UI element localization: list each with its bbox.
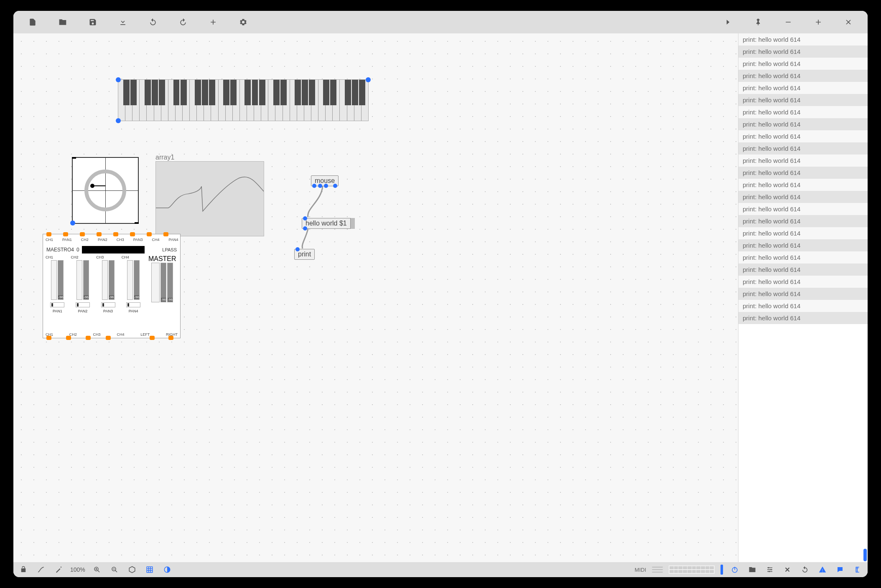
meter: -96 bbox=[167, 263, 173, 302]
mixer-inlet[interactable] bbox=[113, 232, 118, 236]
black-key[interactable] bbox=[295, 80, 301, 105]
save-button[interactable] bbox=[78, 11, 108, 33]
black-key[interactable] bbox=[323, 80, 329, 105]
redo-button[interactable] bbox=[168, 11, 198, 33]
settings-button[interactable] bbox=[228, 11, 258, 33]
mixer-outlet[interactable] bbox=[150, 336, 155, 340]
folder-icon[interactable] bbox=[746, 564, 758, 575]
warning-icon[interactable] bbox=[817, 564, 828, 575]
mixer-outlet[interactable] bbox=[66, 336, 71, 340]
open-folder-button[interactable] bbox=[48, 11, 78, 33]
mixer-port-label: PAN3 bbox=[133, 238, 143, 242]
black-key[interactable] bbox=[345, 80, 351, 105]
grid-icon[interactable] bbox=[144, 564, 155, 575]
fader[interactable] bbox=[151, 263, 160, 302]
power-icon[interactable] bbox=[729, 564, 741, 575]
mixer-panel[interactable]: CH1PAN1CH2PAN2CH3PAN3CH4PAN4 MAESTRO4 0 … bbox=[43, 234, 181, 338]
add-button[interactable] bbox=[198, 11, 228, 33]
black-key[interactable] bbox=[159, 80, 165, 105]
mixer-outlet[interactable] bbox=[86, 336, 91, 340]
selection-handle[interactable] bbox=[366, 77, 371, 82]
contrast-icon[interactable] bbox=[161, 564, 173, 575]
mixer-inlet[interactable] bbox=[147, 232, 152, 236]
mixer-outlet[interactable] bbox=[106, 336, 111, 340]
black-key[interactable] bbox=[123, 80, 130, 105]
chevron-right-button[interactable] bbox=[713, 11, 743, 33]
black-key[interactable] bbox=[223, 80, 229, 105]
black-key[interactable] bbox=[273, 80, 280, 105]
mixer-outlet[interactable] bbox=[46, 336, 51, 340]
mixer-outlet[interactable] bbox=[168, 336, 173, 340]
meter: -96 bbox=[83, 260, 89, 300]
black-key[interactable] bbox=[209, 80, 215, 105]
black-key[interactable] bbox=[352, 80, 358, 105]
black-key[interactable] bbox=[330, 80, 336, 105]
comment-icon[interactable] bbox=[834, 564, 846, 575]
black-key[interactable] bbox=[302, 80, 308, 105]
console-row: print: hello world 614 bbox=[738, 130, 868, 142]
black-key[interactable] bbox=[202, 80, 208, 105]
console-row: print: hello world 614 bbox=[738, 33, 868, 46]
line-tool-icon[interactable] bbox=[35, 564, 47, 575]
mouse-object[interactable]: mouse bbox=[311, 175, 339, 186]
pin-button[interactable] bbox=[743, 11, 773, 33]
pan-box[interactable] bbox=[50, 302, 64, 307]
mixer-inlet[interactable] bbox=[97, 232, 102, 236]
mixer-inlet[interactable] bbox=[80, 232, 85, 236]
new-file-button[interactable] bbox=[18, 11, 48, 33]
pan-label: PAN4 bbox=[129, 309, 138, 313]
scrollbar-thumb[interactable] bbox=[863, 549, 867, 561]
mixer-channel: CH1-96PAN1 bbox=[46, 255, 69, 329]
black-key[interactable] bbox=[181, 80, 187, 105]
clear-icon[interactable] bbox=[782, 564, 793, 575]
fader[interactable] bbox=[51, 260, 57, 300]
pan-box[interactable] bbox=[126, 302, 140, 307]
maximize-button[interactable] bbox=[803, 11, 833, 33]
selection-handle[interactable] bbox=[70, 220, 75, 226]
array-graph[interactable] bbox=[155, 161, 264, 236]
piano-keyboard[interactable] bbox=[118, 79, 369, 121]
fader[interactable] bbox=[127, 260, 133, 300]
wand-icon[interactable] bbox=[53, 564, 64, 575]
black-key[interactable] bbox=[145, 80, 151, 105]
mixer-inlet[interactable] bbox=[46, 232, 51, 236]
close-button[interactable] bbox=[833, 11, 863, 33]
black-key[interactable] bbox=[195, 80, 201, 105]
reload-icon[interactable] bbox=[799, 564, 811, 575]
black-key[interactable] bbox=[280, 80, 287, 105]
mixer-inlet[interactable] bbox=[163, 232, 168, 236]
black-key[interactable] bbox=[259, 80, 265, 105]
mixer-inlet[interactable] bbox=[130, 232, 135, 236]
zoom-out-icon[interactable] bbox=[109, 564, 120, 575]
black-key[interactable] bbox=[359, 80, 365, 105]
minimize-button[interactable] bbox=[773, 11, 803, 33]
volume-handle[interactable] bbox=[721, 565, 723, 575]
black-key[interactable] bbox=[244, 80, 251, 105]
text-cursor-icon[interactable]: T bbox=[852, 564, 863, 575]
lock-icon[interactable] bbox=[18, 564, 29, 575]
black-key[interactable] bbox=[130, 80, 137, 105]
black-key[interactable] bbox=[252, 80, 258, 105]
undo-button[interactable] bbox=[138, 11, 168, 33]
selection-handle[interactable] bbox=[116, 118, 121, 123]
black-key[interactable] bbox=[309, 80, 315, 105]
vu-meter bbox=[669, 565, 715, 574]
message-box[interactable]: hello world $1 bbox=[302, 218, 355, 229]
selection-handle[interactable] bbox=[116, 77, 121, 82]
print-object[interactable]: print bbox=[294, 249, 315, 260]
black-key[interactable] bbox=[230, 80, 237, 105]
zoom-in-icon[interactable] bbox=[91, 564, 103, 575]
download-button[interactable] bbox=[108, 11, 138, 33]
xy-scope[interactable] bbox=[72, 157, 139, 224]
black-key[interactable] bbox=[173, 80, 180, 105]
fader[interactable] bbox=[102, 260, 108, 300]
patch-canvas[interactable]: array1 mouse hello world $1 bbox=[13, 33, 738, 562]
sliders-icon[interactable] bbox=[764, 564, 776, 575]
pan-box[interactable] bbox=[76, 302, 90, 307]
pan-box[interactable] bbox=[101, 302, 115, 307]
mixer-inlet[interactable] bbox=[63, 232, 68, 236]
black-key[interactable] bbox=[152, 80, 158, 105]
package-icon[interactable] bbox=[126, 564, 138, 575]
fader[interactable] bbox=[76, 260, 82, 300]
status-bar: 100% MIDI T bbox=[13, 562, 868, 577]
